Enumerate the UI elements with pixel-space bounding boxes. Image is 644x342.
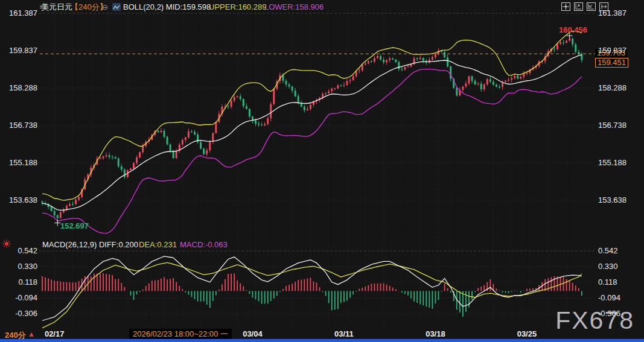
zoom-out-tool-icon[interactable] xyxy=(587,2,596,11)
bollinger-lower-line xyxy=(42,69,582,233)
low-price-annotation: 152.697 xyxy=(60,221,89,230)
x-axis-label: 03/04 xyxy=(233,329,272,338)
y-axis-label-right: 161.387 xyxy=(598,9,626,17)
y-axis-label-right: 155.188 xyxy=(598,159,626,167)
chart-window: 美元日元 【240分】 ⊖ BOLL(20,2) MID:159.598 UPP… xyxy=(0,0,644,342)
x-axis-label: 03/11 xyxy=(325,329,363,338)
menu-handle-icon[interactable]: ≡ xyxy=(40,4,43,10)
y-axis-label-right: 158.288 xyxy=(598,84,626,92)
footer-up-arrow-icon[interactable]: ▲ xyxy=(28,330,35,338)
boll-upper-value: UPPER:160.289 xyxy=(209,2,266,12)
bottom-bar xyxy=(0,339,644,342)
macd-axis-label-right: 0.118 xyxy=(598,278,617,287)
y-axis-label-right: 153.638 xyxy=(598,196,626,204)
crosshair-tool-icon[interactable] xyxy=(561,2,570,11)
boll-lower-value: LOWER:158.906 xyxy=(264,2,324,12)
y-axis-label-right: 156.738 xyxy=(598,121,626,130)
y-axis-label-left: 156.738 xyxy=(2,121,37,130)
macd-value: MACD:-0.063 xyxy=(180,240,228,249)
symbol-title: 美元日元 xyxy=(41,2,72,12)
zoom-in-tool-icon[interactable] xyxy=(574,2,583,11)
y-axis-label-left: 153.638 xyxy=(2,196,37,204)
macd-axis-label-right: 0.542 xyxy=(598,247,618,255)
macd-series xyxy=(42,256,582,328)
last-price-box: 159.451 xyxy=(595,58,628,68)
high-price-annotation: 160.456 xyxy=(559,25,587,34)
macd-diff-line xyxy=(42,256,582,321)
y-axis-label-left: 158.288 xyxy=(2,84,37,92)
indicator-chip-icon[interactable] xyxy=(112,3,121,11)
y-axis-label-right: 159.837 xyxy=(598,46,626,55)
x-axis-label: 02/17 xyxy=(35,329,74,338)
boll-values: BOLL(20,2) MID:159.598 xyxy=(123,2,211,12)
macd-axis-label-left: -0.094 xyxy=(2,294,37,302)
macd-axis-label-left: 0.542 xyxy=(2,247,37,255)
crosshair-date-tooltip: 2026/02/23 18:00~22:00 一 xyxy=(129,329,232,339)
macd-dea-value: DEA:0.231 xyxy=(139,240,177,249)
macd-axis-label-left: 0.330 xyxy=(2,262,37,271)
chart-canvas[interactable] xyxy=(0,0,644,342)
bollinger-mid-line xyxy=(42,55,582,211)
x-axis-label: 03/18 xyxy=(416,329,454,338)
macd-formula: MACD(26,12,9) DIFF:0.200 xyxy=(42,240,138,249)
collapse-icon[interactable]: ⊖ xyxy=(102,2,108,12)
macd-axis-label-right: -0.094 xyxy=(598,294,620,302)
macd-axis-label-left: 0.118 xyxy=(2,278,37,287)
y-axis-label-left: 161.387 xyxy=(2,9,37,17)
bollinger-upper-line xyxy=(42,31,582,201)
brand-watermark: FX678 xyxy=(555,306,634,335)
y-axis-label-left: 155.188 xyxy=(2,159,37,167)
x-axis-label: 03/25 xyxy=(508,329,546,338)
macd-axis-label-right: 0.330 xyxy=(598,262,618,271)
candlestick-series xyxy=(42,31,583,233)
macd-axis-label-left: -0.306 xyxy=(2,309,37,318)
y-axis-label-left: 159.837 xyxy=(2,46,37,55)
